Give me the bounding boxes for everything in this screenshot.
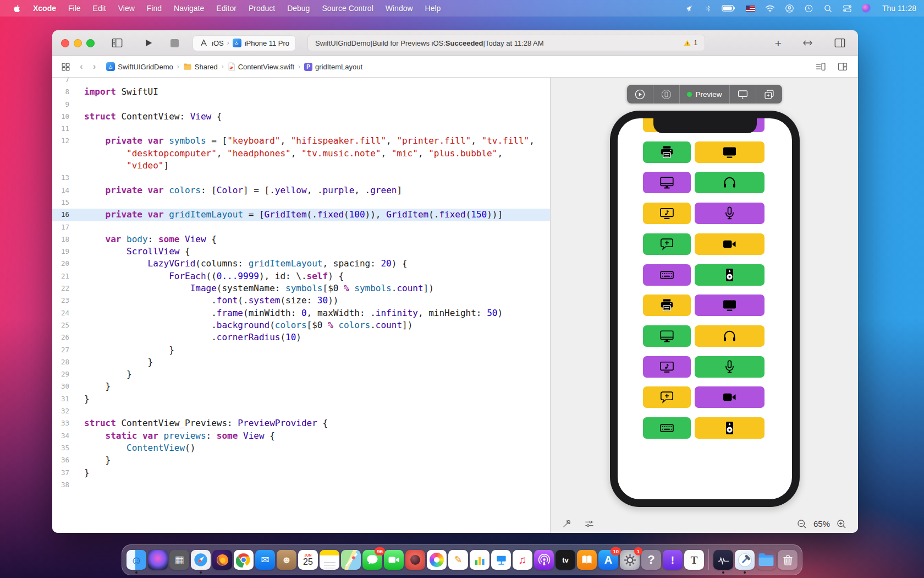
- preview-display-button[interactable]: [729, 85, 756, 103]
- grid-item-desktopcomputer[interactable]: [643, 172, 691, 193]
- menu-help[interactable]: Help: [419, 0, 447, 17]
- code-line[interactable]: 28 }: [52, 356, 550, 368]
- dock-item-calendar[interactable]: JUN25: [298, 550, 318, 570]
- dock-item-textedit[interactable]: T: [684, 550, 704, 570]
- dock-item-numbers[interactable]: [470, 550, 490, 570]
- grid-item-tv-music-note[interactable]: [643, 203, 691, 224]
- grid-item-video[interactable]: [695, 233, 765, 255]
- line-number[interactable]: 28: [52, 356, 78, 368]
- line-number[interactable]: 30: [52, 380, 78, 392]
- menu-navigate[interactable]: Navigate: [168, 0, 210, 17]
- dock-item-feedback-assistant[interactable]: !: [663, 550, 683, 570]
- line-number[interactable]: 16: [52, 209, 78, 221]
- breadcrumb-shared[interactable]: Shared: [183, 63, 218, 71]
- code-line[interactable]: 35 ContentView(): [52, 442, 550, 454]
- grid-item-keyboard[interactable]: [643, 264, 691, 286]
- line-number[interactable]: 29: [52, 368, 78, 380]
- code-line[interactable]: 7: [52, 78, 550, 86]
- menu-debug[interactable]: Debug: [281, 0, 316, 17]
- grid-item-plus-bubble[interactable]: [643, 233, 691, 255]
- dock-item-podcasts[interactable]: [534, 550, 554, 570]
- zoom-button[interactable]: [86, 39, 95, 47]
- warning-indicator[interactable]: 1: [683, 39, 697, 47]
- dock-item-finder[interactable]: ☺: [127, 550, 146, 570]
- grid-item-hifispeaker-fill[interactable]: [695, 417, 765, 439]
- status-icon-search[interactable]: [818, 4, 838, 13]
- close-button[interactable]: [61, 39, 69, 47]
- status-icon-battery[interactable]: [717, 4, 741, 13]
- status-icon-user-account[interactable]: [780, 4, 799, 13]
- line-number[interactable]: 25: [52, 319, 78, 331]
- source-editor[interactable]: 78import SwiftUI910struct ContentView: V…: [52, 78, 550, 533]
- code-line[interactable]: 12 private var symbols = ["keyboard", "h…: [52, 135, 550, 147]
- line-number[interactable]: 21: [52, 270, 78, 282]
- duplicate-preview-button[interactable]: [756, 85, 782, 103]
- menu-edit[interactable]: Edit: [87, 0, 112, 17]
- preview-settings-button[interactable]: [584, 519, 595, 529]
- dock-item-trash[interactable]: [778, 550, 798, 570]
- code-line[interactable]: 38: [52, 479, 550, 491]
- dock-item-system-preferences[interactable]: 1: [620, 550, 640, 570]
- grid-item-printer-fill[interactable]: [643, 141, 691, 163]
- grid-item-video[interactable]: [695, 386, 765, 408]
- dock-item-maps[interactable]: [341, 550, 361, 570]
- dock-item-photos[interactable]: [427, 550, 447, 570]
- grid-item-mic[interactable]: [695, 203, 765, 224]
- dock-item-safari[interactable]: [191, 550, 211, 570]
- line-number[interactable]: 10: [52, 111, 78, 123]
- line-number[interactable]: 9: [52, 99, 78, 111]
- code-line[interactable]: 8import SwiftUI: [52, 86, 550, 98]
- menu-editor[interactable]: Editor: [210, 0, 243, 17]
- code-line[interactable]: 29 }: [52, 368, 550, 380]
- dock-item-music[interactable]: ♫: [513, 550, 532, 570]
- code-line[interactable]: 20 LazyVGrid(columns: gridItemLayout, sp…: [52, 258, 550, 270]
- menu-product[interactable]: Product: [243, 0, 281, 17]
- grid-item-mic[interactable]: [695, 356, 765, 378]
- zoom-in-button[interactable]: [836, 519, 847, 530]
- status-icon-siri[interactable]: [857, 4, 876, 13]
- line-number[interactable]: 20: [52, 258, 78, 270]
- dock-item-messages[interactable]: 96: [362, 550, 382, 570]
- line-number[interactable]: 7: [52, 78, 78, 86]
- minimap-options-icon[interactable]: [815, 61, 826, 72]
- status-icon-wifi[interactable]: [760, 4, 780, 13]
- code-line[interactable]: 10struct ContentView: View {: [52, 111, 550, 123]
- run-button[interactable]: [143, 37, 154, 48]
- scheme-selector[interactable]: iOS › iPhone 11 Pro: [193, 36, 295, 51]
- dock-item-xcode[interactable]: [735, 550, 755, 570]
- line-number[interactable]: 23: [52, 295, 78, 307]
- grid-item-plus-bubble[interactable]: [643, 386, 691, 408]
- go-back-button[interactable]: ‹: [75, 61, 88, 72]
- line-number[interactable]: 22: [52, 282, 78, 295]
- pin-preview-button[interactable]: [562, 519, 572, 529]
- menu-find[interactable]: Find: [141, 0, 168, 17]
- menu-window[interactable]: Window: [380, 0, 419, 17]
- line-number[interactable]: 15: [52, 197, 78, 209]
- dock-item-facetime[interactable]: [384, 550, 404, 570]
- breadcrumb-contentview-swift[interactable]: ContentView.swift: [228, 62, 294, 71]
- code-line[interactable]: 37}: [52, 467, 550, 479]
- menu-view[interactable]: View: [112, 0, 141, 17]
- code-line[interactable]: 11: [52, 123, 550, 135]
- code-line[interactable]: 31}: [52, 393, 550, 405]
- code-line[interactable]: "desktopcomputer", "headphones", "tv.mus…: [52, 148, 550, 160]
- editor-arrangement-button[interactable]: [801, 37, 814, 48]
- dock-item-mail[interactable]: ✉: [255, 550, 275, 570]
- dock-item-firefox[interactable]: [212, 550, 232, 570]
- dock-item-chrome[interactable]: [234, 550, 254, 570]
- menu-source-control[interactable]: Source Control: [316, 0, 379, 17]
- add-editor-button[interactable]: [837, 61, 848, 72]
- breadcrumb-griditemlayout[interactable]: PgridItemLayout: [304, 63, 362, 71]
- line-number[interactable]: 34: [52, 430, 78, 442]
- status-icon-time-machine[interactable]: [799, 4, 818, 13]
- activity-view[interactable]: SwiftUIGridDemo | Build for Previews iOS…: [307, 35, 705, 51]
- menu-xcode[interactable]: Xcode: [27, 0, 62, 17]
- status-icon-control-center[interactable]: [838, 4, 857, 13]
- code-line[interactable]: 34 static var previews: some View {: [52, 430, 550, 442]
- code-line[interactable]: 18 var body: some View {: [52, 233, 550, 246]
- line-number[interactable]: 19: [52, 246, 78, 258]
- line-number[interactable]: 33: [52, 417, 78, 429]
- code-line[interactable]: 27 }: [52, 344, 550, 356]
- code-line[interactable]: 19 ScrollView {: [52, 246, 550, 258]
- dock-item-missing-app[interactable]: ?: [641, 550, 661, 570]
